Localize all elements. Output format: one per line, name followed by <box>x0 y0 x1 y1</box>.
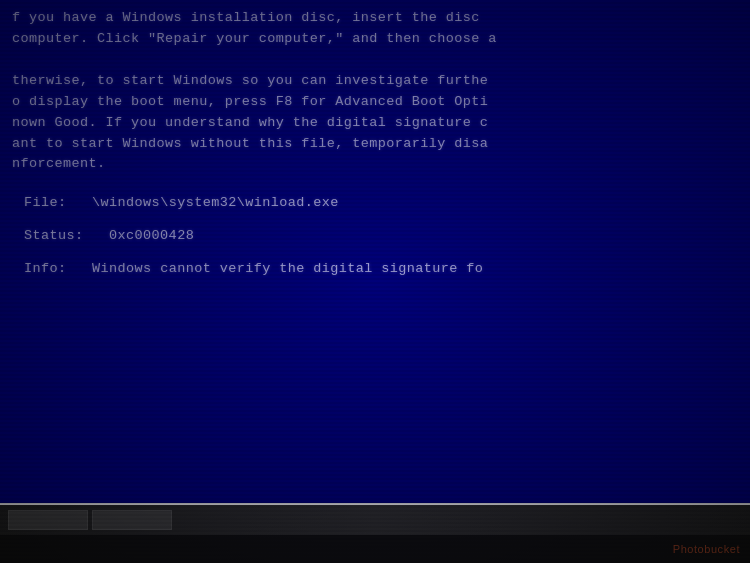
file-label: File: <box>24 195 67 210</box>
bsod-screen: f you have a Windows installation disc, … <box>0 0 750 503</box>
file-info-block: File: \windows\system32\winload.exe Stat… <box>24 193 738 280</box>
bsod-line-blank <box>12 50 738 71</box>
file-line: File: \windows\system32\winload.exe <box>24 193 738 214</box>
bsod-line-6: ant to start Windows without this file, … <box>12 134 738 155</box>
status-value: 0xc0000428 <box>109 228 194 243</box>
watermark: Photobucket <box>673 543 740 555</box>
info-line: Info: Windows cannot verify the digital … <box>24 259 738 280</box>
taskbar-item-1[interactable] <box>8 510 88 530</box>
info-label: Info: <box>24 261 67 276</box>
bsod-line-4: o display the boot menu, press F8 for Ad… <box>12 92 738 113</box>
screen: f you have a Windows installation disc, … <box>0 0 750 563</box>
taskbar-item-2[interactable] <box>92 510 172 530</box>
bsod-line-1: f you have a Windows installation disc, … <box>12 8 738 29</box>
bottom-bar <box>0 503 750 563</box>
info-value: Windows cannot verify the digital signat… <box>92 261 483 276</box>
bsod-line-7: nforcement. <box>12 154 738 175</box>
bsod-line-5: nown Good. If you understand why the dig… <box>12 113 738 134</box>
intro-text-block: f you have a Windows installation disc, … <box>12 8 738 175</box>
file-value: \windows\system32\winload.exe <box>92 195 339 210</box>
bsod-line-2: computer. Click "Repair your computer," … <box>12 29 738 50</box>
taskbar <box>0 505 750 535</box>
status-line: Status: 0xc0000428 <box>24 226 738 247</box>
status-label: Status: <box>24 228 84 243</box>
bsod-line-3: therwise, to start Windows so you can in… <box>12 71 738 92</box>
